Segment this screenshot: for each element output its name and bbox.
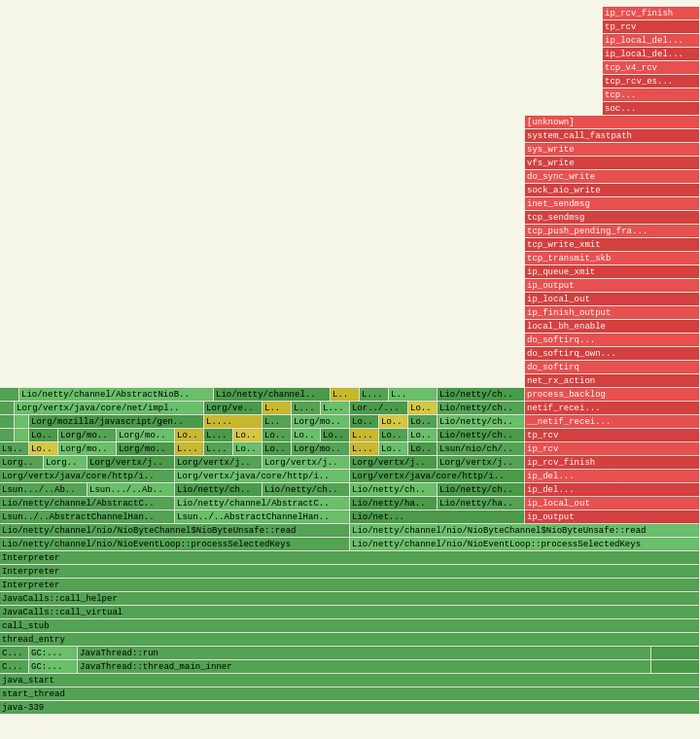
- chart-container: CPU Mixed-Mode Flame Graph: green == Jav…: [0, 0, 700, 739]
- flame-graph[interactable]: [0, 0, 700, 715]
